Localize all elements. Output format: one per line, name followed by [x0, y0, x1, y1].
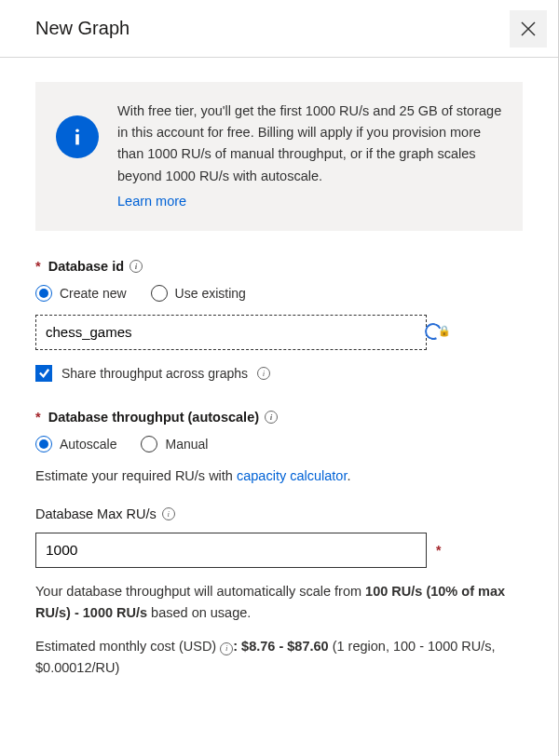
required-indicator: *	[35, 259, 41, 274]
radio-button-icon	[35, 285, 52, 302]
database-throughput-label: * Database throughput (autoscale) i	[35, 410, 523, 425]
checkmark-icon	[38, 367, 50, 379]
radio-button-icon	[35, 436, 52, 452]
max-ru-input-wrap: *	[35, 533, 523, 568]
svg-point-2	[75, 128, 79, 132]
share-throughput-row: Share throughput across graphs i	[35, 365, 523, 382]
throughput-mode-radio-group: Autoscale Manual	[35, 436, 523, 452]
estimated-cost-text: Estimated monthly cost (USD) i: $8.76 - …	[35, 636, 523, 678]
info-icon[interactable]: i	[220, 642, 233, 655]
info-text: With free tier, you'll get the first 100…	[117, 101, 502, 212]
required-indicator: *	[35, 410, 41, 425]
share-throughput-label: Share throughput across graphs	[61, 366, 248, 381]
info-message: With free tier, you'll get the first 100…	[117, 103, 501, 183]
free-tier-info-box: With free tier, you'll get the first 100…	[35, 82, 523, 231]
database-id-radio-group: Create new Use existing	[35, 285, 523, 302]
max-ru-input[interactable]	[35, 533, 427, 568]
info-icon[interactable]: i	[162, 507, 175, 520]
info-icon[interactable]: i	[257, 367, 270, 380]
credential-badge: 🔒	[425, 323, 451, 340]
autoscale-range-note: Your database throughput will automatica…	[35, 581, 523, 623]
database-id-input[interactable]	[35, 315, 427, 350]
new-graph-panel: New Graph With free tier, you'll get the…	[0, 0, 559, 756]
close-icon	[521, 21, 536, 36]
spinner-icon	[422, 320, 443, 342]
estimate-ru-text: Estimate your required RU/s with capacit…	[35, 466, 523, 486]
database-throughput-section: * Database throughput (autoscale) i Auto…	[35, 410, 523, 678]
max-ru-label: Database Max RU/s i	[35, 506, 523, 521]
required-indicator: *	[436, 543, 441, 558]
share-throughput-checkbox[interactable]	[35, 365, 52, 382]
autoscale-radio[interactable]: Autoscale	[35, 436, 116, 452]
database-id-section: * Database id i Create new Use existing	[35, 259, 523, 382]
info-icon[interactable]: i	[130, 260, 143, 273]
learn-more-link[interactable]: Learn more	[117, 191, 186, 212]
database-id-input-wrap: 🔒	[35, 315, 523, 350]
create-new-radio[interactable]: Create new	[35, 285, 127, 302]
radio-button-icon	[151, 285, 168, 302]
svg-rect-3	[75, 134, 79, 144]
capacity-calculator-link[interactable]: capacity calculator	[237, 468, 347, 483]
panel-header: New Graph	[0, 0, 558, 58]
manual-radio[interactable]: Manual	[141, 436, 208, 452]
panel-title: New Graph	[35, 18, 130, 39]
use-existing-radio[interactable]: Use existing	[151, 285, 246, 302]
info-icon	[56, 115, 99, 158]
close-button[interactable]	[510, 10, 547, 47]
panel-body: With free tier, you'll get the first 100…	[0, 58, 558, 696]
radio-button-icon	[141, 436, 157, 452]
info-icon[interactable]: i	[265, 411, 278, 424]
database-id-label: * Database id i	[35, 259, 523, 274]
